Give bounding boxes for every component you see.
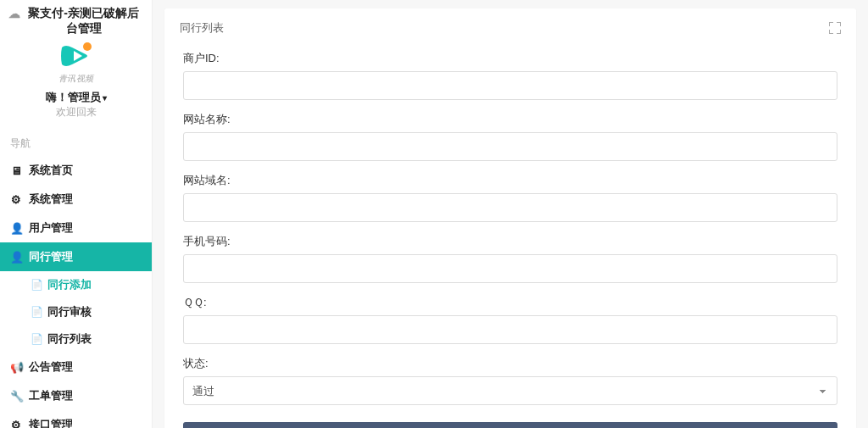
submit-button[interactable]: 确定添加 (183, 422, 837, 428)
input-phone[interactable] (183, 254, 837, 283)
file-icon: 📄 (31, 306, 41, 318)
file-icon: 📄 (31, 279, 41, 291)
label-site-name: 网站名称: (183, 112, 837, 127)
user-icon: 👤 (10, 222, 22, 235)
sub-item-peer-list[interactable]: 📄 同行列表 (0, 325, 152, 353)
nav-label: 用户管理 (29, 220, 73, 236)
sub-nav-peer: 📄 同行添加 📄 同行审核 📄 同行列表 (0, 271, 152, 353)
nav-label: 系统管理 (29, 192, 73, 207)
sub-label: 同行审核 (47, 304, 92, 320)
sub-label: 同行添加 (47, 277, 92, 292)
label-qq: ＱＱ: (183, 295, 837, 310)
nav-item-api[interactable]: ⚙ 接口管理 (0, 410, 152, 428)
monitor-icon: 🖥 (10, 164, 22, 177)
nav-label: 系统首页 (29, 163, 73, 178)
expand-icon[interactable] (829, 22, 841, 34)
nav-item-system[interactable]: ⚙ 系统管理 (0, 185, 152, 214)
label-merchant-id: 商户ID: (183, 51, 837, 66)
sliders-icon: ⚙ (10, 419, 22, 428)
input-qq[interactable] (183, 315, 837, 344)
user-greeting[interactable]: 嗨！管理员▾ (0, 90, 152, 105)
nav-label: 同行管理 (29, 249, 73, 264)
nav-label: 公告管理 (29, 359, 73, 375)
sub-label: 同行列表 (47, 331, 92, 347)
label-site-domain: 网站域名: (183, 173, 837, 188)
brand-logo: 青讯视频 (0, 39, 152, 90)
cloud-icon: ☁ (8, 6, 20, 21)
gears-icon: ⚙ (10, 193, 22, 206)
nav-item-notice[interactable]: 📢 公告管理 (0, 353, 152, 381)
megaphone-icon: 📢 (10, 361, 22, 374)
caret-down-icon: ▾ (103, 93, 107, 103)
user-icon: 👤 (10, 251, 22, 264)
select-status[interactable]: 通过 (183, 376, 837, 405)
nav-label: 工单管理 (29, 388, 73, 403)
nav-item-peer[interactable]: 👤 同行管理 (0, 242, 152, 271)
sidebar: ☁ 聚支付-亲测已破解后台管理 青讯视频 嗨！管理员▾ 欢迎回来 导航 🖥 系统… (0, 0, 153, 428)
brand-title: ☁ 聚支付-亲测已破解后台管理 (0, 0, 152, 39)
main-content: 同行列表 商户ID: 网站名称: 网站域名: 手机号码: (153, 0, 868, 428)
input-merchant-id[interactable] (183, 71, 837, 100)
nav-list: 🖥 系统首页 ⚙ 系统管理 👤 用户管理 👤 同行管理 📄 同行添加 (0, 156, 152, 428)
input-site-domain[interactable] (183, 193, 837, 222)
label-phone: 手机号码: (183, 234, 837, 249)
sub-item-peer-audit[interactable]: 📄 同行审核 (0, 298, 152, 325)
nav-header: 导航 (0, 130, 152, 156)
form-card: 同行列表 商户ID: 网站名称: 网站域名: 手机号码: (164, 8, 856, 428)
welcome-text: 欢迎回来 (0, 105, 152, 120)
card-title: 同行列表 (180, 20, 224, 36)
nav-item-user[interactable]: 👤 用户管理 (0, 214, 152, 242)
nav-item-ticket[interactable]: 🔧 工单管理 (0, 381, 152, 410)
label-status: 状态: (183, 356, 837, 371)
file-icon: 📄 (31, 333, 41, 345)
peer-form: 商户ID: 网站名称: 网站域名: 手机号码: ＱＱ: (180, 51, 841, 428)
input-site-name[interactable] (183, 132, 837, 161)
svg-point-0 (83, 42, 92, 51)
sub-item-peer-add[interactable]: 📄 同行添加 (0, 271, 152, 298)
nav-item-home[interactable]: 🖥 系统首页 (0, 156, 152, 185)
nav-label: 接口管理 (29, 417, 73, 428)
logo-subtitle: 青讯视频 (0, 73, 152, 85)
wrench-icon: 🔧 (10, 390, 22, 403)
